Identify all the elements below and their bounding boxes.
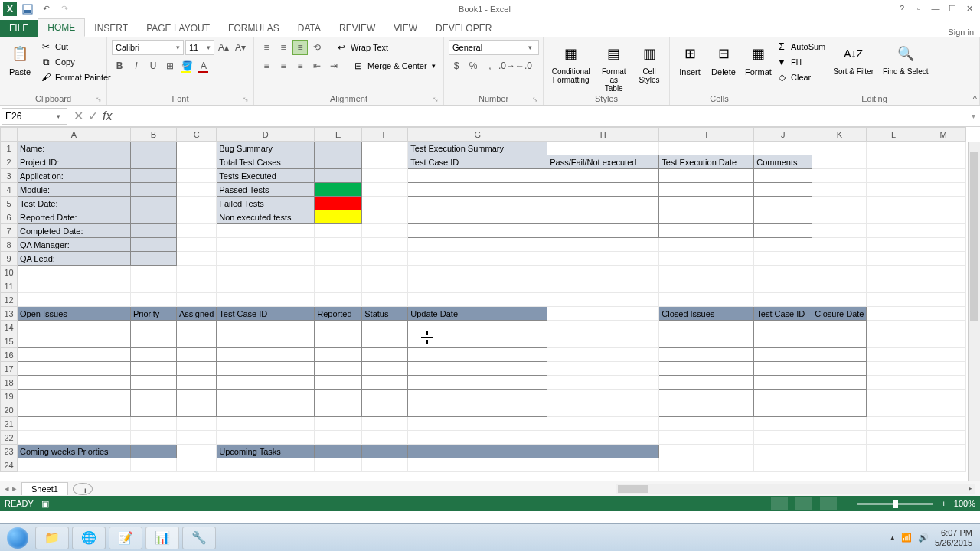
col-header-I[interactable]: I	[659, 128, 754, 142]
cell-K17[interactable]	[812, 362, 867, 376]
cell-H24[interactable]	[547, 458, 659, 472]
start-button[interactable]	[3, 527, 32, 549]
cell-H21[interactable]	[547, 417, 659, 431]
cell-G20[interactable]	[408, 403, 547, 417]
cell-K7[interactable]	[812, 224, 867, 238]
percent-button[interactable]: %	[466, 58, 481, 73]
cell-L9[interactable]	[867, 252, 920, 266]
cell-L22[interactable]	[867, 431, 920, 445]
task-app[interactable]: 🔧	[182, 527, 216, 549]
cell-M6[interactable]	[920, 210, 966, 224]
cell-G8[interactable]	[408, 238, 547, 252]
col-header-E[interactable]: E	[315, 128, 362, 142]
number-format-combo[interactable]: ▾	[449, 40, 539, 55]
cell-J15[interactable]	[754, 334, 812, 348]
cell-E18[interactable]	[315, 376, 362, 390]
cell-D15[interactable]	[217, 334, 315, 348]
row-header-7[interactable]: 7	[1, 224, 18, 238]
cell-C11[interactable]	[177, 279, 217, 293]
cell-L2[interactable]	[867, 155, 920, 169]
page-break-view-button[interactable]	[820, 497, 837, 510]
cell-C8[interactable]	[177, 238, 217, 252]
cell-M19[interactable]	[920, 390, 966, 403]
cell-K2[interactable]	[812, 155, 867, 169]
cell-B15[interactable]	[131, 334, 177, 348]
cell-I14[interactable]	[659, 321, 754, 334]
cell-H13[interactable]	[547, 307, 659, 321]
cell-I12[interactable]	[659, 293, 754, 307]
tab-file[interactable]: FILE	[0, 20, 38, 37]
row-header-16[interactable]: 16	[1, 348, 18, 362]
align-left-button[interactable]: ≡	[259, 58, 274, 73]
cell-E6[interactable]	[315, 210, 362, 224]
cell-D7[interactable]	[217, 224, 315, 238]
cell-E23[interactable]	[315, 445, 362, 458]
cell-I10[interactable]	[659, 266, 754, 279]
cell-I8[interactable]	[659, 238, 754, 252]
conditional-formatting-button[interactable]: ▦Conditional Formatting	[548, 40, 593, 86]
cell-B17[interactable]	[131, 362, 177, 376]
row-header-5[interactable]: 5	[1, 197, 18, 210]
cell-C23[interactable]	[177, 445, 217, 458]
cell-L12[interactable]	[867, 293, 920, 307]
fx-icon[interactable]: fx	[103, 109, 112, 123]
cell-I11[interactable]	[659, 279, 754, 293]
cell-B20[interactable]	[131, 403, 177, 417]
cell-J9[interactable]	[754, 252, 812, 266]
close-button[interactable]: ✕	[962, 4, 977, 14]
cell-F15[interactable]	[362, 334, 408, 348]
cell-H6[interactable]	[547, 210, 659, 224]
zoom-out-button[interactable]: −	[844, 499, 849, 508]
cell-M16[interactable]	[920, 348, 966, 362]
cancel-formula-icon[interactable]: ✕	[74, 109, 83, 123]
cell-H4[interactable]	[547, 183, 659, 197]
cell-B13[interactable]: Priority	[131, 307, 177, 321]
cell-H5[interactable]	[547, 197, 659, 210]
cell-K21[interactable]	[812, 417, 867, 431]
cell-C16[interactable]	[177, 348, 217, 362]
cell-K8[interactable]	[812, 238, 867, 252]
cell-E15[interactable]	[315, 334, 362, 348]
cell-C21[interactable]	[177, 417, 217, 431]
cell-D24[interactable]	[217, 458, 315, 472]
cell-D23[interactable]: Upcoming Tasks	[217, 445, 315, 458]
cell-G17[interactable]	[408, 362, 547, 376]
cell-H7[interactable]	[547, 224, 659, 238]
cell-J5[interactable]	[754, 197, 812, 210]
cell-D18[interactable]	[217, 376, 315, 390]
decrease-decimal-button[interactable]: ←.0	[516, 58, 531, 73]
col-header-B[interactable]: B	[131, 128, 177, 142]
cell-B19[interactable]	[131, 390, 177, 403]
row-header-21[interactable]: 21	[1, 417, 18, 431]
cell-L21[interactable]	[867, 417, 920, 431]
cell-M7[interactable]	[920, 224, 966, 238]
cell-L23[interactable]	[867, 445, 920, 458]
paste-button[interactable]: 📋 Paste	[5, 40, 35, 78]
cell-F3[interactable]	[362, 169, 408, 183]
cell-F23[interactable]	[362, 445, 408, 458]
cell-E24[interactable]	[315, 458, 362, 472]
find-select-button[interactable]: 🔍Find & Select	[880, 40, 931, 77]
cell-C13[interactable]: Assigned	[177, 307, 217, 321]
cell-E14[interactable]	[315, 321, 362, 334]
cell-B23[interactable]	[131, 445, 177, 458]
row-header-12[interactable]: 12	[1, 293, 18, 307]
cell-C2[interactable]	[177, 155, 217, 169]
clear-button[interactable]: ◇Clear	[774, 70, 827, 84]
row-header-17[interactable]: 17	[1, 362, 18, 376]
cell-K10[interactable]	[812, 266, 867, 279]
zoom-slider[interactable]	[857, 503, 933, 505]
font-color-button[interactable]: A	[196, 58, 211, 73]
bold-button[interactable]: B	[112, 58, 127, 73]
name-box[interactable]: ▾	[2, 108, 67, 125]
cell-G11[interactable]	[408, 279, 547, 293]
cell-A24[interactable]	[18, 458, 131, 472]
cell-J17[interactable]	[754, 362, 812, 376]
increase-font-button[interactable]: A▴	[216, 40, 231, 55]
cell-C20[interactable]	[177, 403, 217, 417]
cell-A6[interactable]: Reported Date:	[18, 210, 131, 224]
cell-C3[interactable]	[177, 169, 217, 183]
cell-M21[interactable]	[920, 417, 966, 431]
cell-J10[interactable]	[754, 266, 812, 279]
cell-J19[interactable]	[754, 390, 812, 403]
